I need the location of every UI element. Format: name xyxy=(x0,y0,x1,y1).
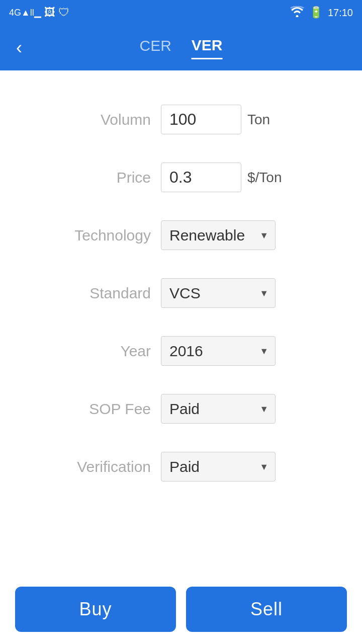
form-row-sop-fee: SOP Fee Paid Unpaid ▼ xyxy=(20,380,342,438)
label-sop-fee: SOP Fee xyxy=(20,400,151,418)
select-wrapper-technology: Renewable Solar Wind Hydro Other ▼ xyxy=(161,220,276,250)
input-price[interactable] xyxy=(161,163,241,192)
tab-ver[interactable]: VER xyxy=(192,37,223,59)
input-volumn[interactable] xyxy=(161,105,241,134)
status-right: 🔋 17:10 xyxy=(290,6,353,20)
label-technology: Technology xyxy=(20,227,151,244)
label-standard: Standard xyxy=(20,285,151,302)
input-group-volumn: Ton xyxy=(161,105,342,134)
select-technology[interactable]: Renewable Solar Wind Hydro Other xyxy=(161,220,276,250)
label-volumn: Volumn xyxy=(20,111,151,128)
header: ‹ CER VER xyxy=(0,25,362,70)
bottom-bar: Buy Sell xyxy=(0,575,362,644)
form-row-year: Year 2016 2017 2018 2019 2020 2021 2022 … xyxy=(20,322,342,380)
sell-button[interactable]: Sell xyxy=(186,587,347,632)
input-group-technology: Renewable Solar Wind Hydro Other ▼ xyxy=(161,220,342,250)
input-group-year: 2016 2017 2018 2019 2020 2021 2022 ▼ xyxy=(161,336,342,366)
select-year[interactable]: 2016 2017 2018 2019 2020 2021 2022 xyxy=(161,336,276,366)
label-year: Year xyxy=(20,343,151,360)
select-sop-fee[interactable]: Paid Unpaid xyxy=(161,394,276,424)
vpn-icon: 🛡 xyxy=(58,6,69,19)
select-standard[interactable]: VCS Gold Standard CDM Other xyxy=(161,278,276,308)
wifi-icon xyxy=(290,6,304,20)
form-row-technology: Technology Renewable Solar Wind Hydro Ot… xyxy=(20,206,342,264)
unit-volumn: Ton xyxy=(247,112,270,128)
select-wrapper-verification: Paid Unpaid ▼ xyxy=(161,452,276,481)
buy-button[interactable]: Buy xyxy=(15,587,176,632)
input-group-price: $/Ton xyxy=(161,163,342,192)
back-button[interactable]: ‹ xyxy=(12,33,26,62)
battery-icon: 🔋 xyxy=(309,6,323,19)
label-verification: Verification xyxy=(20,458,151,475)
input-group-sop-fee: Paid Unpaid ▼ xyxy=(161,394,342,424)
select-verification[interactable]: Paid Unpaid xyxy=(161,452,276,481)
select-wrapper-standard: VCS Gold Standard CDM Other ▼ xyxy=(161,278,276,308)
select-wrapper-year: 2016 2017 2018 2019 2020 2021 2022 ▼ xyxy=(161,336,276,366)
input-group-verification: Paid Unpaid ▼ xyxy=(161,452,342,481)
form-row-verification: Verification Paid Unpaid ▼ xyxy=(20,438,342,496)
label-price: Price xyxy=(20,169,151,186)
time-display: 17:10 xyxy=(328,7,353,19)
status-bar: 4G▲ll▁ 🖼 🛡 🔋 17:10 xyxy=(0,0,362,25)
tab-cer[interactable]: CER xyxy=(139,37,171,58)
form-row-volumn: Volumn Ton xyxy=(20,91,342,148)
form-row-standard: Standard VCS Gold Standard CDM Other ▼ xyxy=(20,264,342,322)
unit-price: $/Ton xyxy=(247,170,282,186)
input-group-standard: VCS Gold Standard CDM Other ▼ xyxy=(161,278,342,308)
header-tabs: CER VER xyxy=(139,37,222,59)
form-content: Volumn Ton Price $/Ton Technology Renewa… xyxy=(0,70,362,644)
signal-icon: 4G▲ll▁ xyxy=(9,7,41,18)
select-wrapper-sop-fee: Paid Unpaid ▼ xyxy=(161,394,276,424)
form-row-price: Price $/Ton xyxy=(20,148,342,206)
status-signal: 4G▲ll▁ 🖼 🛡 xyxy=(9,6,69,19)
photo-icon: 🖼 xyxy=(44,6,55,19)
